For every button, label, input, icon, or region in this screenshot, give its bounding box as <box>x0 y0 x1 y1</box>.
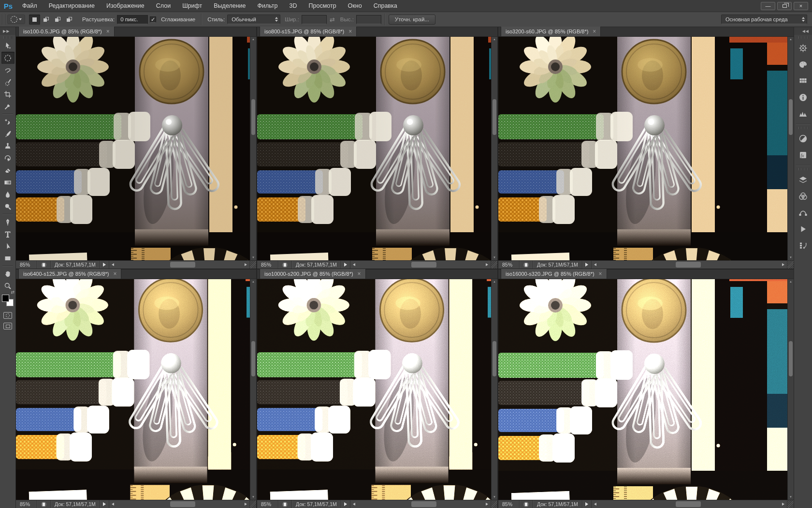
quick-mask-button[interactable] <box>3 312 12 319</box>
actions-panel-icon[interactable] <box>796 222 811 236</box>
close-icon[interactable]: × <box>348 29 352 34</box>
tool-healing-brush[interactable] <box>1 116 14 128</box>
doc-size[interactable]: Док: 57,1M/57,1M <box>51 500 100 508</box>
scroll-left-icon[interactable] <box>594 503 596 506</box>
resize-grip[interactable] <box>787 500 794 508</box>
menu-layers[interactable]: Слои <box>150 0 176 12</box>
scroll-right-icon[interactable] <box>245 263 247 266</box>
tool-clone-stamp[interactable] <box>1 140 14 152</box>
scroll-down-icon[interactable]: ▼ <box>788 494 794 500</box>
scroll-down-icon[interactable]: ▼ <box>250 494 256 500</box>
scroll-thumb[interactable] <box>411 501 436 507</box>
tool-history-brush[interactable] <box>1 152 14 164</box>
canvas-iso16000[interactable]: ▲▼ <box>498 279 794 500</box>
height-input[interactable] <box>356 15 381 24</box>
zoom-level[interactable]: 85% <box>16 500 37 508</box>
zoom-level[interactable]: 85% <box>257 500 278 508</box>
canvas-iso10000[interactable]: ▲▼ <box>257 279 497 500</box>
zoom-level[interactable]: 85% <box>16 261 37 269</box>
tool-type[interactable] <box>1 228 14 240</box>
close-icon[interactable]: × <box>358 271 361 277</box>
status-flyout-icon[interactable] <box>344 263 347 267</box>
scroll-thumb[interactable] <box>789 99 793 135</box>
vertical-scrollbar[interactable]: ▲▼ <box>250 37 256 260</box>
tool-gradient[interactable] <box>1 176 14 188</box>
document-tab[interactable]: iso100-0.5.JPG @ 85% (RGB/8*) × <box>18 27 115 36</box>
scroll-left-icon[interactable] <box>594 263 596 266</box>
workspace-dropdown[interactable]: Основная рабочая среда <box>721 15 807 24</box>
tool-quick-selection[interactable] <box>1 76 14 88</box>
resize-grip[interactable] <box>249 261 256 269</box>
adjustments-panel-icon[interactable] <box>796 131 811 146</box>
tool-hand[interactable] <box>1 268 14 280</box>
navigator-panel-icon[interactable] <box>796 41 811 55</box>
canvas-iso3200[interactable]: ▲▼ <box>498 37 794 260</box>
scroll-thumb[interactable] <box>170 262 195 268</box>
histogram-panel-icon[interactable] <box>796 106 811 121</box>
scroll-up-icon[interactable]: ▲ <box>788 37 794 42</box>
scroll-down-icon[interactable]: ▼ <box>788 255 794 260</box>
antialias-checkbox[interactable]: ✓ <box>150 16 156 23</box>
scroll-up-icon[interactable]: ▲ <box>250 37 256 42</box>
scroll-up-icon[interactable]: ▲ <box>492 279 497 284</box>
toolbar-collapse[interactable]: ▶▶ <box>0 27 15 35</box>
current-tool-chip[interactable] <box>7 15 25 24</box>
resize-grip[interactable] <box>491 500 497 508</box>
new-selection-button[interactable] <box>29 15 40 25</box>
zoom-level[interactable]: 85% <box>498 500 520 508</box>
width-input[interactable] <box>302 15 327 24</box>
scroll-thumb[interactable] <box>493 99 496 135</box>
close-icon[interactable]: × <box>599 271 602 277</box>
foreground-color-swatch[interactable] <box>2 295 9 302</box>
document-tab[interactable]: iso3200-s60.JPG @ 85% (RGB/8*) × <box>501 27 601 36</box>
close-icon[interactable]: × <box>113 271 116 277</box>
scroll-right-icon[interactable] <box>782 503 784 506</box>
menu-view[interactable]: Просмотр <box>303 0 342 12</box>
horizontal-scrollbar[interactable] <box>350 500 491 508</box>
scroll-thumb[interactable] <box>676 501 701 507</box>
tool-rectangle-shape[interactable] <box>1 252 14 264</box>
horizontal-scrollbar[interactable] <box>350 261 491 269</box>
scroll-up-icon[interactable]: ▲ <box>788 279 794 284</box>
color-panel-icon[interactable] <box>796 57 811 72</box>
dock-expand[interactable]: ◀◀ <box>794 27 812 35</box>
document-tab[interactable]: iso800-s15.JPG @ 85% (RGB/8*) × <box>260 27 357 36</box>
document-tab[interactable]: iso10000-s200.JPG @ 85% (RGB/8*) × <box>260 269 366 279</box>
doc-size[interactable]: Док: 57,1M/57,1M <box>533 500 582 508</box>
scroll-thumb[interactable] <box>251 99 255 135</box>
zoom-level[interactable]: 85% <box>498 261 520 269</box>
menu-file[interactable]: Файл <box>16 0 43 12</box>
info-panel-icon[interactable] <box>796 90 811 105</box>
scroll-down-icon[interactable]: ▼ <box>492 494 497 500</box>
tool-dodge[interactable] <box>1 200 14 212</box>
menu-3d[interactable]: 3D <box>284 0 303 12</box>
horizontal-scrollbar[interactable] <box>591 500 787 508</box>
swap-dimensions-icon[interactable]: ⇄ <box>330 16 335 23</box>
channels-panel-icon[interactable] <box>796 189 811 203</box>
tool-pen[interactable] <box>1 216 14 228</box>
swap-colors-icon[interactable]: ⇄ <box>11 290 14 295</box>
minimize-icon[interactable]: — <box>761 2 775 10</box>
scroll-up-icon[interactable]: ▲ <box>492 37 497 42</box>
doc-size[interactable]: Док: 57,1M/57,1M <box>51 261 100 269</box>
menu-image[interactable]: Изображение <box>101 0 150 12</box>
scroll-up-icon[interactable]: ▲ <box>250 279 256 284</box>
history-panel-icon[interactable] <box>796 238 811 253</box>
doc-size[interactable]: Док: 57,1M/57,1M <box>292 261 341 269</box>
tool-move[interactable] <box>1 40 14 52</box>
scroll-thumb[interactable] <box>411 262 436 268</box>
status-flyout-icon[interactable] <box>103 502 106 506</box>
close-icon[interactable]: × <box>593 29 596 34</box>
scroll-thumb[interactable] <box>170 501 195 507</box>
document-tab[interactable]: iso6400-s125.JPG @ 85% (RGB/8*) × <box>18 269 121 279</box>
restore-icon[interactable] <box>777 2 792 10</box>
menu-select[interactable]: Выделение <box>208 0 251 12</box>
scroll-right-icon[interactable] <box>486 503 488 506</box>
subtract-selection-button[interactable] <box>52 15 63 25</box>
scroll-thumb[interactable] <box>251 341 255 376</box>
swatches-panel-icon[interactable] <box>796 74 811 88</box>
scroll-left-icon[interactable] <box>353 503 355 506</box>
layers-panel-icon[interactable] <box>796 172 811 187</box>
menu-type[interactable]: Шрифт <box>176 0 208 12</box>
tool-eyedropper[interactable] <box>1 100 14 112</box>
